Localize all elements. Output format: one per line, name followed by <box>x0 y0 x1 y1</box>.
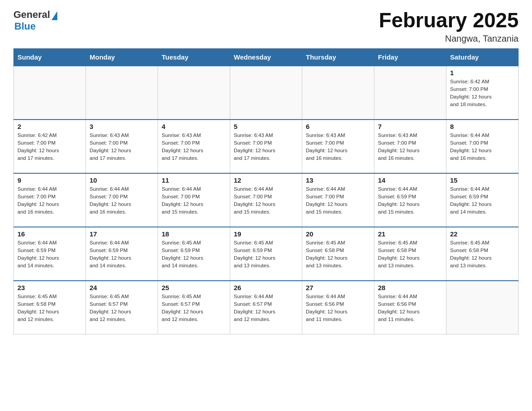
calendar-cell: 28Sunrise: 6:44 AM Sunset: 6:56 PM Dayli… <box>374 281 446 334</box>
day-number: 4 <box>162 123 226 130</box>
day-info: Sunrise: 6:45 AM Sunset: 6:59 PM Dayligh… <box>162 239 226 270</box>
day-number: 8 <box>450 123 515 130</box>
calendar-header-row: SundayMondayTuesdayWednesdayThursdayFrid… <box>14 48 519 66</box>
calendar-cell: 6Sunrise: 6:43 AM Sunset: 7:00 PM Daylig… <box>302 120 374 173</box>
calendar-cell <box>86 66 158 120</box>
column-header-saturday: Saturday <box>446 48 519 66</box>
logo-blue-text: Blue <box>14 21 36 32</box>
day-info: Sunrise: 6:45 AM Sunset: 6:58 PM Dayligh… <box>450 239 515 270</box>
calendar-cell: 25Sunrise: 6:45 AM Sunset: 6:57 PM Dayli… <box>158 281 230 334</box>
day-number: 10 <box>90 176 154 184</box>
day-number: 2 <box>17 123 82 130</box>
calendar-cell <box>230 66 302 120</box>
day-number: 1 <box>450 69 515 77</box>
day-info: Sunrise: 6:43 AM Sunset: 7:00 PM Dayligh… <box>378 132 442 163</box>
week-row-3: 9Sunrise: 6:44 AM Sunset: 7:00 PM Daylig… <box>14 173 519 227</box>
day-number: 22 <box>450 230 515 238</box>
day-number: 15 <box>450 176 515 184</box>
calendar-cell: 1Sunrise: 6:42 AM Sunset: 7:00 PM Daylig… <box>446 66 519 120</box>
calendar-cell: 24Sunrise: 6:45 AM Sunset: 6:57 PM Dayli… <box>86 281 158 334</box>
month-title: February 2025 <box>379 9 519 32</box>
calendar-cell: 9Sunrise: 6:44 AM Sunset: 7:00 PM Daylig… <box>14 173 86 227</box>
calendar-cell: 18Sunrise: 6:45 AM Sunset: 6:59 PM Dayli… <box>158 227 230 281</box>
day-number: 14 <box>378 176 442 184</box>
day-info: Sunrise: 6:43 AM Sunset: 7:00 PM Dayligh… <box>90 132 154 163</box>
calendar-cell <box>302 66 374 120</box>
day-info: Sunrise: 6:43 AM Sunset: 7:00 PM Dayligh… <box>306 132 370 163</box>
day-info: Sunrise: 6:42 AM Sunset: 7:00 PM Dayligh… <box>450 78 515 109</box>
column-header-monday: Monday <box>86 48 158 66</box>
calendar-cell: 8Sunrise: 6:44 AM Sunset: 7:00 PM Daylig… <box>446 120 519 173</box>
column-header-thursday: Thursday <box>302 48 374 66</box>
day-number: 24 <box>90 284 154 291</box>
day-info: Sunrise: 6:45 AM Sunset: 6:58 PM Dayligh… <box>17 293 82 324</box>
day-number: 7 <box>378 123 442 130</box>
day-number: 25 <box>162 284 226 291</box>
day-info: Sunrise: 6:45 AM Sunset: 6:59 PM Dayligh… <box>234 239 298 270</box>
day-number: 28 <box>378 284 442 291</box>
day-number: 18 <box>162 230 226 238</box>
logo-general-text: General <box>13 9 50 21</box>
page-header: General Blue February 2025 Nangwa, Tanza… <box>13 9 519 44</box>
calendar-cell: 20Sunrise: 6:45 AM Sunset: 6:58 PM Dayli… <box>302 227 374 281</box>
day-info: Sunrise: 6:44 AM Sunset: 7:00 PM Dayligh… <box>234 185 298 216</box>
day-info: Sunrise: 6:44 AM Sunset: 6:56 PM Dayligh… <box>306 293 370 324</box>
calendar-cell: 16Sunrise: 6:44 AM Sunset: 6:59 PM Dayli… <box>14 227 86 281</box>
calendar-cell: 17Sunrise: 6:44 AM Sunset: 6:59 PM Dayli… <box>86 227 158 281</box>
day-info: Sunrise: 6:45 AM Sunset: 6:57 PM Dayligh… <box>90 293 154 324</box>
day-info: Sunrise: 6:44 AM Sunset: 7:00 PM Dayligh… <box>450 132 515 163</box>
day-number: 26 <box>234 284 298 291</box>
calendar-cell: 12Sunrise: 6:44 AM Sunset: 7:00 PM Dayli… <box>230 173 302 227</box>
calendar-cell <box>374 66 446 120</box>
week-row-5: 23Sunrise: 6:45 AM Sunset: 6:58 PM Dayli… <box>14 281 519 334</box>
day-number: 19 <box>234 230 298 238</box>
calendar-cell: 14Sunrise: 6:44 AM Sunset: 6:59 PM Dayli… <box>374 173 446 227</box>
column-header-wednesday: Wednesday <box>230 48 302 66</box>
day-info: Sunrise: 6:44 AM Sunset: 6:57 PM Dayligh… <box>234 293 298 324</box>
calendar-cell: 3Sunrise: 6:43 AM Sunset: 7:00 PM Daylig… <box>86 120 158 173</box>
day-number: 5 <box>234 123 298 130</box>
week-row-4: 16Sunrise: 6:44 AM Sunset: 6:59 PM Dayli… <box>14 227 519 281</box>
day-number: 13 <box>306 176 370 184</box>
calendar-cell: 10Sunrise: 6:44 AM Sunset: 7:00 PM Dayli… <box>86 173 158 227</box>
logo: General Blue <box>13 9 57 32</box>
calendar-cell: 7Sunrise: 6:43 AM Sunset: 7:00 PM Daylig… <box>374 120 446 173</box>
calendar-cell <box>14 66 86 120</box>
day-info: Sunrise: 6:44 AM Sunset: 7:00 PM Dayligh… <box>162 185 226 216</box>
day-info: Sunrise: 6:43 AM Sunset: 7:00 PM Dayligh… <box>234 132 298 163</box>
day-info: Sunrise: 6:44 AM Sunset: 6:56 PM Dayligh… <box>378 293 442 324</box>
day-info: Sunrise: 6:44 AM Sunset: 6:59 PM Dayligh… <box>378 185 442 216</box>
calendar-cell <box>446 281 519 334</box>
day-number: 9 <box>17 176 82 184</box>
day-info: Sunrise: 6:44 AM Sunset: 6:59 PM Dayligh… <box>450 185 515 216</box>
calendar-cell: 27Sunrise: 6:44 AM Sunset: 6:56 PM Dayli… <box>302 281 374 334</box>
day-number: 3 <box>90 123 154 130</box>
calendar-cell <box>158 66 230 120</box>
calendar-cell: 4Sunrise: 6:43 AM Sunset: 7:00 PM Daylig… <box>158 120 230 173</box>
calendar-cell: 19Sunrise: 6:45 AM Sunset: 6:59 PM Dayli… <box>230 227 302 281</box>
logo-triangle-icon <box>51 11 57 20</box>
calendar-cell: 2Sunrise: 6:42 AM Sunset: 7:00 PM Daylig… <box>14 120 86 173</box>
calendar-cell: 23Sunrise: 6:45 AM Sunset: 6:58 PM Dayli… <box>14 281 86 334</box>
day-info: Sunrise: 6:45 AM Sunset: 6:58 PM Dayligh… <box>306 239 370 270</box>
day-info: Sunrise: 6:44 AM Sunset: 7:00 PM Dayligh… <box>90 185 154 216</box>
column-header-friday: Friday <box>374 48 446 66</box>
day-number: 11 <box>162 176 226 184</box>
calendar-cell: 21Sunrise: 6:45 AM Sunset: 6:58 PM Dayli… <box>374 227 446 281</box>
day-info: Sunrise: 6:44 AM Sunset: 6:59 PM Dayligh… <box>17 239 82 270</box>
column-header-tuesday: Tuesday <box>158 48 230 66</box>
calendar-cell: 5Sunrise: 6:43 AM Sunset: 7:00 PM Daylig… <box>230 120 302 173</box>
location: Nangwa, Tanzania <box>379 34 519 44</box>
calendar-cell: 13Sunrise: 6:44 AM Sunset: 7:00 PM Dayli… <box>302 173 374 227</box>
day-number: 20 <box>306 230 370 238</box>
day-number: 21 <box>378 230 442 238</box>
week-row-2: 2Sunrise: 6:42 AM Sunset: 7:00 PM Daylig… <box>14 120 519 173</box>
day-number: 16 <box>17 230 82 238</box>
day-info: Sunrise: 6:44 AM Sunset: 6:59 PM Dayligh… <box>90 239 154 270</box>
calendar-cell: 15Sunrise: 6:44 AM Sunset: 6:59 PM Dayli… <box>446 173 519 227</box>
day-info: Sunrise: 6:45 AM Sunset: 6:58 PM Dayligh… <box>378 239 442 270</box>
calendar-cell: 26Sunrise: 6:44 AM Sunset: 6:57 PM Dayli… <box>230 281 302 334</box>
day-info: Sunrise: 6:44 AM Sunset: 7:00 PM Dayligh… <box>17 185 82 216</box>
day-number: 6 <box>306 123 370 130</box>
calendar-cell: 11Sunrise: 6:44 AM Sunset: 7:00 PM Dayli… <box>158 173 230 227</box>
